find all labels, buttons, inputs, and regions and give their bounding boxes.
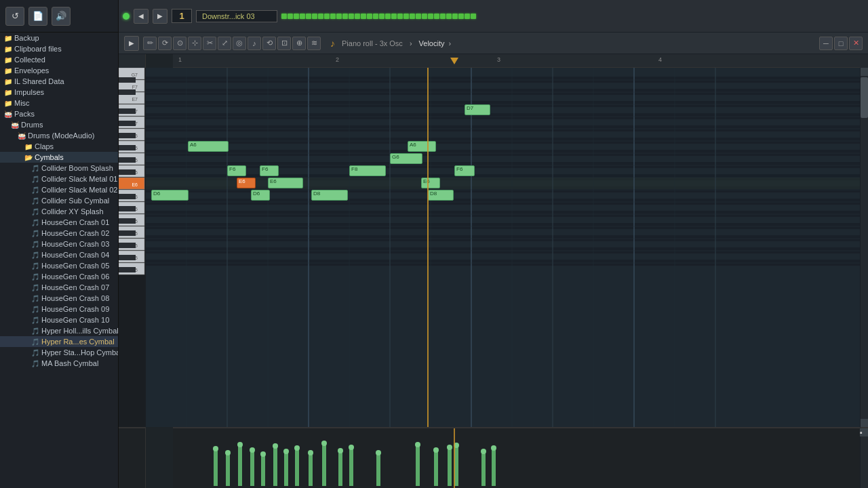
loop-tool[interactable]: ⟲ [262, 37, 276, 50]
pattern-led-28[interactable] [446, 14, 452, 19]
pattern-led-27[interactable] [440, 14, 446, 19]
sidebar-file-btn[interactable]: 📄 [28, 7, 47, 26]
scrollbar-down-btn[interactable] [861, 419, 868, 427]
sidebar-item-1[interactable]: 📁Clipboard files [0, 43, 118, 54]
minimize-btn[interactable]: ─ [819, 37, 833, 50]
note-d6-4[interactable]: D8 [428, 190, 454, 201]
pattern-led-8[interactable] [324, 14, 330, 19]
note-d6-3[interactable]: D8 [311, 190, 348, 201]
zoom-tool[interactable]: ⊕ [292, 37, 306, 50]
pattern-led-20[interactable] [397, 14, 403, 19]
pattern-led-17[interactable] [379, 14, 384, 19]
next-btn[interactable]: ▶ [153, 9, 167, 24]
pattern-led-15[interactable] [367, 14, 372, 19]
pattern-led-23[interactable] [416, 14, 421, 19]
scrollbar-up-btn[interactable] [861, 68, 868, 76]
pattern-led-7[interactable] [318, 14, 323, 19]
note-f6-3[interactable]: F8 [349, 165, 386, 176]
pattern-led-26[interactable] [434, 14, 439, 19]
sidebar-item-6[interactable]: 📁Misc [0, 98, 118, 108]
sidebar-refresh-btn[interactable]: ↺ [5, 7, 24, 26]
pencil-tool[interactable]: ✏ [143, 37, 157, 50]
wave-tool[interactable]: ≋ [307, 37, 321, 50]
sidebar-item-18[interactable]: 🎵HouseGen Crash 02 [0, 228, 118, 239]
pattern-led-29[interactable] [452, 14, 458, 19]
play-btn[interactable]: ▶ [124, 36, 139, 51]
note-a6-1[interactable]: A6 [188, 141, 229, 152]
pattern-led-30[interactable] [458, 14, 464, 19]
sidebar-item-27[interactable]: 🎵Hyper Holl...ills Cymbal [0, 325, 118, 336]
pattern-led-21[interactable] [403, 14, 409, 19]
sidebar-speaker-btn[interactable]: 🔊 [52, 7, 71, 26]
sidebar-item-9[interactable]: 🥁Drums (ModeAudio) [0, 130, 118, 141]
note-f6-4[interactable]: F6 [454, 165, 475, 176]
note-e6-2[interactable]: E6 [268, 178, 303, 188]
sidebar-item-25[interactable]: 🎵HouseGen Crash 09 [0, 304, 118, 314]
note-d6-2[interactable]: D6 [251, 190, 270, 201]
sidebar-item-29[interactable]: 🎵Hyper Sta...Hop Cymbal [0, 347, 118, 358]
sidebar-item-26[interactable]: 🎵HouseGen Crash 10 [0, 314, 118, 325]
pattern-led-11[interactable] [342, 14, 348, 19]
sidebar-item-21[interactable]: 🎵HouseGen Crash 05 [0, 260, 118, 271]
note-f6-2[interactable]: F6 [260, 165, 279, 176]
pattern-led-14[interactable] [361, 14, 366, 19]
sidebar-item-23[interactable]: 🎵HouseGen Crash 07 [0, 282, 118, 293]
pattern-led-18[interactable] [385, 14, 391, 19]
sidebar-item-20[interactable]: 🎵HouseGen Crash 04 [0, 249, 118, 260]
prev-btn[interactable]: ◀ [134, 9, 149, 24]
note-g6[interactable]: G6 [390, 153, 422, 164]
sidebar-item-13[interactable]: 🎵Collider Slack Metal 01 / [0, 174, 118, 184]
sidebar-item-24[interactable]: 🎵HouseGen Crash 08 [0, 293, 118, 304]
sidebar-item-14[interactable]: 🎵Collider Slack Metal 02 [0, 184, 118, 195]
velocity-label[interactable]: Velocity [419, 39, 445, 47]
pattern-led-13[interactable] [355, 14, 360, 19]
pattern-led-1[interactable] [281, 14, 287, 19]
speaker-tool[interactable]: ♪ [248, 37, 261, 50]
sidebar-item-8[interactable]: 🥁Drums [0, 119, 118, 130]
select-tool[interactable]: ⊹ [188, 37, 201, 50]
history-tool[interactable]: ⟳ [158, 37, 172, 50]
note-d7[interactable]: D7 [465, 104, 490, 115]
sidebar-item-2[interactable]: 📁Collected [0, 54, 118, 65]
sidebar-item-15[interactable]: 🎵Collider Sub Cymbal [0, 195, 118, 206]
velocity-section[interactable] [173, 427, 860, 488]
pattern-led-3[interactable] [294, 14, 299, 19]
pattern-led-10[interactable] [336, 14, 342, 19]
deform-tool[interactable]: ⤢ [218, 37, 231, 50]
pattern-led-2[interactable] [288, 14, 293, 19]
vertical-scrollbar[interactable] [860, 68, 868, 427]
scrollbar-thumb[interactable] [861, 77, 868, 118]
note-a6-2[interactable]: A6 [408, 141, 436, 152]
maximize-btn[interactable]: □ [834, 37, 848, 50]
sidebar-item-0[interactable]: 📁Backup [0, 33, 118, 43]
pattern-led-6[interactable] [312, 14, 317, 19]
pattern-led-4[interactable] [300, 14, 305, 19]
sidebar-item-22[interactable]: 🎵HouseGen Crash 06 [0, 271, 118, 282]
pattern-led-19[interactable] [391, 14, 397, 19]
sidebar-item-16[interactable]: 🎵Collider XY Splash [0, 206, 118, 217]
sidebar-item-12[interactable]: 🎵Collider Boom Splash [0, 163, 118, 174]
pattern-led-24[interactable] [422, 14, 427, 19]
note-e6-3[interactable]: E6 [421, 178, 440, 188]
pattern-led-12[interactable] [349, 14, 354, 19]
note-f6-1[interactable]: F6 [227, 165, 246, 176]
mute-tool[interactable]: ◎ [233, 37, 246, 50]
vel-scroll-corner[interactable]: ▪ [860, 428, 868, 436]
erase-tool[interactable]: ✂ [203, 37, 216, 50]
pattern-led-22[interactable] [410, 14, 415, 19]
pattern-led-31[interactable] [465, 14, 470, 19]
sidebar-item-7[interactable]: 🥁Packs [0, 108, 118, 119]
select2-tool[interactable]: ⊡ [277, 37, 291, 50]
pattern-led-25[interactable] [428, 14, 433, 19]
track-name[interactable]: Downstr...ick 03 [196, 10, 277, 22]
pattern-led-16[interactable] [373, 14, 378, 19]
sidebar-item-3[interactable]: 📁Envelopes [0, 65, 118, 76]
pattern-led-5[interactable] [306, 14, 311, 19]
sidebar-item-4[interactable]: 📁IL Shared Data [0, 76, 118, 87]
sidebar-item-17[interactable]: 🎵HouseGen Crash 01 [0, 217, 118, 228]
sidebar-item-5[interactable]: 📁Impulses [0, 87, 118, 98]
pattern-led-32[interactable] [471, 14, 476, 19]
grid-area[interactable]: A6 D7 A6 G6 F6 F6 F8 F6 E6 E6 E6 D6 D6 D… [146, 68, 860, 427]
pattern-number[interactable]: 1 [172, 9, 192, 23]
close-btn[interactable]: ✕ [849, 37, 863, 50]
